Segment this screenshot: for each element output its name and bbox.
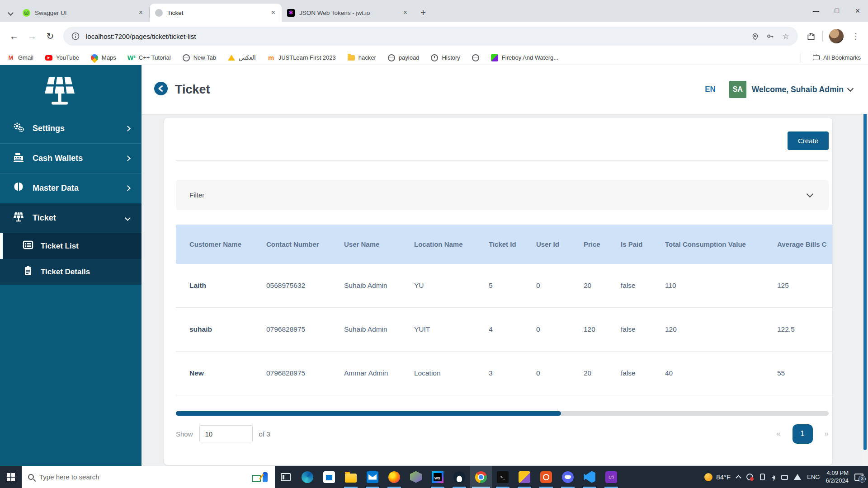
table-cell: 40 [651, 369, 764, 377]
tab-ticket-active[interactable]: Ticket × [150, 4, 282, 22]
extensions-icon[interactable] [806, 31, 816, 41]
bookmark-item[interactable]: History [431, 54, 460, 61]
tab-title: JSON Web Tokens - jwt.io [299, 9, 398, 16]
weather-widget[interactable]: 84°F [704, 473, 731, 481]
site-info-icon[interactable] [71, 31, 80, 41]
tab-jwt[interactable]: ✱ JSON Web Tokens - jwt.io × [282, 4, 414, 22]
file-explorer-button[interactable] [340, 466, 362, 488]
windows-taskbar: Type here to search >_ C:\ 84°F [0, 466, 868, 488]
reload-button[interactable]: ↻ [42, 28, 58, 44]
horizontal-scrollbar[interactable] [176, 411, 829, 416]
input-language-label[interactable]: ENG [807, 474, 820, 480]
back-button[interactable]: ← [6, 28, 22, 44]
location-icon[interactable] [750, 31, 760, 41]
dev-tool-button[interactable] [514, 466, 535, 488]
page-size-input[interactable] [199, 425, 253, 442]
sidebar-item-settings[interactable]: Settings [0, 114, 142, 144]
back-circle-icon[interactable] [154, 82, 168, 97]
task-view-button[interactable] [275, 466, 297, 488]
edge-button[interactable] [297, 466, 318, 488]
bookmark-item[interactable]: Maps [91, 54, 116, 61]
volume-icon[interactable] [772, 475, 775, 480]
password-key-icon[interactable] [765, 31, 775, 41]
sidebar-item-cash-wallets[interactable]: Cash Wallets [0, 144, 142, 174]
welcome-text[interactable]: Welcome, Suhaib Admin [752, 85, 844, 94]
current-page-button[interactable]: 1 [793, 424, 813, 444]
bookmark-item[interactable]: MGmail [7, 54, 33, 61]
pengwin-button[interactable] [448, 466, 470, 488]
browser-menu-icon[interactable]: ⋮ [850, 31, 862, 41]
ticket-list-card: Create Filter Customer NameContact Numbe… [164, 118, 832, 465]
show-hidden-icons-chevron-icon[interactable] [736, 475, 741, 481]
sidebar-subitem-ticket-list[interactable]: Ticket List [0, 233, 142, 259]
new-tab-button[interactable]: + [416, 6, 430, 19]
forward-button[interactable]: → [24, 28, 40, 44]
tab-close-icon[interactable]: × [270, 9, 276, 17]
table-cell: 0796828975 [253, 325, 330, 333]
previous-page-button[interactable]: « [776, 429, 780, 438]
bookmark-star-icon[interactable]: ☆ [781, 31, 791, 41]
maximize-button[interactable]: ☐ [826, 0, 847, 22]
profile-avatar[interactable] [829, 29, 844, 43]
create-button[interactable]: Create [788, 131, 829, 150]
close-button[interactable]: × [847, 0, 868, 22]
notification-center-icon[interactable]: 3 [854, 474, 863, 481]
bookmark-item[interactable] [472, 54, 479, 61]
window-controls: — ☐ × [806, 0, 868, 22]
start-button[interactable] [0, 466, 22, 488]
tab-close-icon[interactable]: × [402, 9, 408, 17]
ubuntu-button[interactable] [535, 466, 557, 488]
bookmark-item[interactable]: Fireboy And Waterg... [491, 54, 558, 61]
clock-widget[interactable]: 4:09 PM 6/2/2024 [826, 469, 849, 485]
tab-swagger[interactable]: {;} Swagger UI × [17, 4, 149, 22]
terminal-button[interactable]: >_ [492, 466, 514, 488]
store-button[interactable] [318, 466, 340, 488]
vertical-scrollbar-thumb[interactable] [863, 65, 867, 450]
bookmark-item[interactable]: hacker [348, 54, 376, 61]
user-menu-chevron-icon[interactable] [847, 85, 854, 92]
sidebar-item-ticket[interactable]: Ticket [0, 203, 142, 233]
sidebar-subitem-ticket-details[interactable]: Ticket Details [0, 259, 142, 285]
neovim-button[interactable] [405, 466, 427, 488]
column-header: Is Paid [607, 240, 651, 248]
user-avatar-initials[interactable]: SA [729, 81, 746, 98]
table-row[interactable]: suhaib0796828975Suhaib AdminYUIT40120fal… [176, 308, 832, 352]
bookmark-item[interactable]: العكس [228, 54, 256, 61]
sidebar-item-master-data[interactable]: Master Data [0, 174, 142, 203]
address-bar[interactable]: localhost:7200/pages/ticket/ticket-list … [63, 27, 798, 46]
sync-error-icon[interactable] [746, 474, 753, 480]
taskbar-search[interactable]: Type here to search [22, 466, 275, 488]
minimize-button[interactable]: — [806, 0, 826, 22]
bookmark-item[interactable]: W³C++ Tutorial [128, 54, 171, 61]
brain-icon [13, 181, 24, 195]
bookmark-item[interactable]: payload [388, 54, 420, 61]
touch-keyboard-icon[interactable] [781, 475, 788, 480]
drive-icon [228, 55, 235, 61]
table-row[interactable]: New0796828975Ammar AdminLocation3020fals… [176, 352, 832, 395]
table-row[interactable]: Laith0568975632Suhaib AdminYU5020false11… [176, 264, 832, 308]
bookmark-item[interactable]: mJUSTLearn First 2023 [268, 54, 336, 61]
table-cell: 0 [523, 282, 570, 290]
your-phone-icon[interactable] [760, 474, 765, 480]
tab-close-icon[interactable]: × [138, 9, 144, 17]
powershell-button[interactable]: C:\ [600, 466, 622, 488]
firefox-button[interactable] [383, 466, 405, 488]
horizontal-scrollbar-thumb[interactable] [176, 411, 561, 416]
vscode-button[interactable] [579, 466, 600, 488]
url-text: localhost:7200/pages/ticket/ticket-list [86, 33, 745, 40]
bookmark-item[interactable]: New Tab [183, 54, 216, 61]
all-bookmarks-button[interactable]: All Bookmarks [813, 54, 861, 61]
tab-search-chevron-icon[interactable] [4, 4, 17, 22]
discord-button[interactable] [557, 466, 579, 488]
column-header: Price [570, 240, 607, 248]
webstorm-button[interactable] [427, 466, 448, 488]
filter-panel[interactable]: Filter [176, 180, 829, 210]
mail-button[interactable] [362, 466, 383, 488]
next-page-button[interactable]: » [825, 429, 829, 438]
bookmark-item[interactable]: YouTube [45, 54, 79, 61]
vertical-scrollbar[interactable] [862, 65, 868, 466]
network-icon[interactable] [794, 474, 801, 480]
table-cell: 20 [570, 369, 607, 377]
chrome-button[interactable] [470, 466, 492, 488]
language-selector[interactable]: EN [705, 85, 716, 94]
